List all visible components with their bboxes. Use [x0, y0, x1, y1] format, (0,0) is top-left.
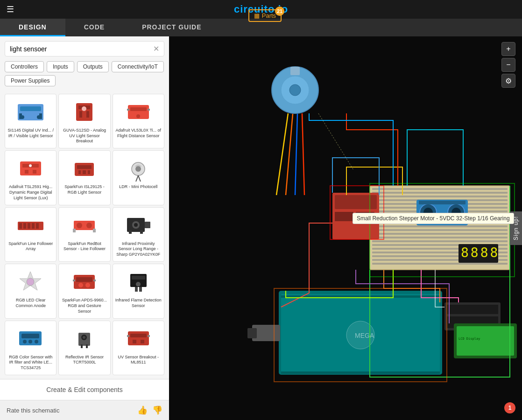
component-name: Reflective IR Sensor TCRT5000L: [61, 355, 108, 365]
thumbs-down-icon[interactable]: 👎: [152, 405, 162, 415]
svg-rect-35: [36, 223, 39, 229]
svg-rect-69: [86, 344, 88, 348]
filter-connectivity[interactable]: Connectivity/IoT: [112, 61, 164, 72]
svg-rect-54: [93, 280, 96, 281]
component-name: SparkFun ISL29125 - RGB Light Sensor: [61, 184, 108, 195]
list-item[interactable]: SparkFun APDS-9960... RGB and Gesture Se…: [58, 264, 110, 318]
svg-rect-42: [145, 222, 150, 228]
svg-point-48: [27, 278, 34, 286]
svg-rect-5: [39, 113, 42, 119]
list-item[interactable]: Adafruit TSL2591 Hig... Dynamic Range Di…: [5, 150, 56, 205]
svg-point-37: [77, 223, 82, 228]
parts-label: Parts: [262, 12, 276, 19]
svg-rect-25: [83, 170, 86, 174]
zoom-controls: + − ⚙: [501, 42, 515, 88]
svg-rect-1: [20, 106, 41, 111]
create-edit-button[interactable]: Create & Edit components: [0, 379, 169, 400]
list-item[interactable]: SparkFun ISL29125 - RGB Light Sensor: [58, 150, 110, 205]
svg-rect-61: [21, 334, 39, 338]
signup-tab[interactable]: Sign up!: [510, 211, 522, 245]
svg-line-28: [138, 175, 141, 182]
zoom-in-button[interactable]: +: [501, 42, 515, 56]
search-input[interactable]: [10, 45, 153, 53]
list-item[interactable]: LDR - Mini Photocell: [113, 150, 164, 205]
filter-controllers[interactable]: Controllers: [5, 61, 44, 72]
svg-rect-72: [133, 340, 136, 343]
component-name: RGB Color Sensor with IR filter and Whit…: [7, 355, 54, 371]
filter-row: Controllers Inputs Outputs Connectivity/…: [0, 61, 169, 90]
list-item[interactable]: SI1145 Digital UV Ind... / IR / Visible …: [5, 94, 56, 148]
svg-point-51: [78, 283, 83, 287]
svg-rect-99: [372, 237, 508, 238]
svg-rect-131: [457, 326, 514, 356]
filter-inputs[interactable]: Inputs: [47, 61, 74, 72]
circuit-canvas[interactable]: 8888 MEGA: [169, 36, 522, 420]
tab-code[interactable]: CODE: [65, 19, 123, 36]
svg-rect-8: [79, 111, 82, 118]
app-header: ☰ circuito.io ▦ Parts 21: [0, 0, 522, 19]
tab-design[interactable]: DESIGN: [0, 19, 65, 36]
svg-rect-31: [19, 223, 22, 229]
parts-icon: ▦: [254, 12, 260, 19]
list-item[interactable]: SparkFun RedBot Sensor - Line Follower: [58, 207, 110, 262]
list-item[interactable]: SparkFun Line Follower Array: [5, 207, 56, 262]
component-name: Adafruit VL53L0X Ti... of Flight Distanc…: [115, 128, 162, 139]
svg-rect-19: [33, 170, 36, 174]
list-item[interactable]: Infrared Flame Detection Sensor: [113, 264, 164, 318]
svg-point-112: [423, 208, 433, 217]
zoom-out-button[interactable]: −: [501, 58, 515, 72]
parts-button[interactable]: ▦ Parts 21: [248, 9, 282, 22]
svg-point-67: [83, 336, 85, 339]
list-item[interactable]: Adafruit VL53L0X Ti... of Flight Distanc…: [113, 94, 164, 148]
svg-rect-33: [28, 223, 30, 229]
list-item[interactable]: UV Sensor Breakout - ML8511: [113, 321, 164, 375]
filter-power[interactable]: Power Supplies: [5, 75, 56, 86]
svg-rect-117: [335, 212, 353, 221]
tab-guide[interactable]: PROJECT GUIDE: [123, 19, 220, 36]
svg-rect-75: [148, 335, 150, 337]
svg-line-27: [136, 175, 138, 182]
svg-rect-46: [140, 230, 143, 234]
svg-text:LCD Display: LCD Display: [459, 337, 480, 341]
hamburger-menu[interactable]: ☰: [7, 4, 14, 14]
notification-badge[interactable]: 1: [504, 402, 515, 413]
rate-icons: 👍 👎: [137, 405, 162, 415]
svg-point-13: [136, 114, 140, 118]
list-item[interactable]: Reflective IR Sensor TCRT5000L: [58, 321, 110, 375]
svg-rect-53: [73, 280, 75, 281]
list-item[interactable]: RGB LED Clear Common Anode: [5, 264, 56, 318]
sidebar: ✕ Controllers Inputs Outputs Connectivit…: [0, 36, 169, 420]
svg-rect-23: [78, 170, 81, 174]
svg-rect-15: [148, 109, 150, 111]
component-name: UV Sensor Breakout - ML8511: [115, 355, 162, 365]
svg-point-63: [28, 340, 32, 343]
svg-point-64: [35, 340, 38, 343]
list-item[interactable]: GUVA-S12SD - Analog UV Light Sensor Brea…: [58, 94, 110, 148]
svg-rect-71: [130, 334, 147, 337]
settings-button[interactable]: ⚙: [501, 74, 515, 88]
svg-point-38: [86, 223, 92, 228]
component-name: Adafruit TSL2591 Hig... Dynamic Range Di…: [7, 184, 54, 201]
clear-search-icon[interactable]: ✕: [153, 44, 159, 53]
svg-rect-18: [25, 170, 28, 174]
svg-rect-39: [73, 229, 76, 232]
list-item[interactable]: RGB Color Sensor with IR filter and Whit…: [5, 321, 56, 375]
svg-rect-12: [130, 107, 147, 111]
component-name: SparkFun Line Follower Array: [7, 241, 54, 252]
component-name: Infrared Proximity Sensor Long Range - S…: [115, 241, 162, 258]
svg-text:8888: 8888: [461, 245, 500, 260]
svg-rect-106: [372, 263, 508, 265]
svg-rect-126: [247, 328, 257, 338]
component-name: RGB LED Clear Common Anode: [7, 298, 54, 308]
svg-rect-97: [372, 229, 508, 231]
svg-rect-98: [372, 233, 508, 235]
thumbs-up-icon[interactable]: 👍: [137, 405, 148, 415]
list-item[interactable]: Infrared Proximity Sensor Long Range - S…: [113, 207, 164, 262]
rate-label: Rate this schematic: [7, 407, 59, 414]
svg-rect-70: [128, 331, 149, 345]
svg-rect-45: [129, 230, 132, 234]
filter-outputs[interactable]: Outputs: [77, 61, 109, 72]
component-name: LDR - Mini Photocell: [119, 184, 157, 190]
parts-badge: 21: [275, 7, 284, 16]
svg-point-62: [23, 340, 27, 343]
